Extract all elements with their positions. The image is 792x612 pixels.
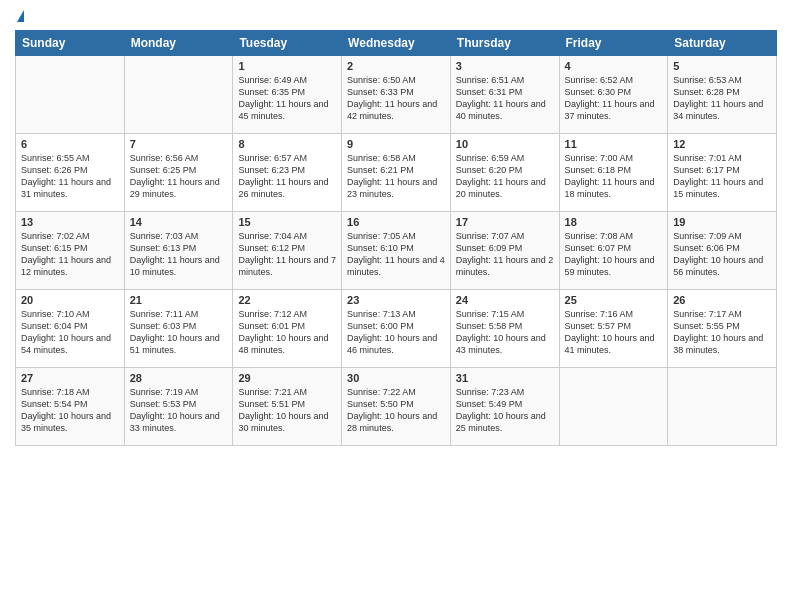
day-number: 18 <box>565 216 663 228</box>
day-number: 22 <box>238 294 336 306</box>
logo-triangle-icon <box>17 10 24 22</box>
day-number: 4 <box>565 60 663 72</box>
day-number: 1 <box>238 60 336 72</box>
day-number: 5 <box>673 60 771 72</box>
calendar-cell: 9Sunrise: 6:58 AM Sunset: 6:21 PM Daylig… <box>342 134 451 212</box>
day-number: 2 <box>347 60 445 72</box>
cell-content: Sunrise: 6:58 AM Sunset: 6:21 PM Dayligh… <box>347 152 445 201</box>
day-number: 25 <box>565 294 663 306</box>
cell-content: Sunrise: 7:07 AM Sunset: 6:09 PM Dayligh… <box>456 230 554 279</box>
day-number: 13 <box>21 216 119 228</box>
calendar-cell <box>16 56 125 134</box>
cell-content: Sunrise: 7:19 AM Sunset: 5:53 PM Dayligh… <box>130 386 228 435</box>
day-number: 30 <box>347 372 445 384</box>
cell-content: Sunrise: 7:08 AM Sunset: 6:07 PM Dayligh… <box>565 230 663 279</box>
page-container: SundayMondayTuesdayWednesdayThursdayFrid… <box>0 0 792 456</box>
day-number: 8 <box>238 138 336 150</box>
calendar-cell: 30Sunrise: 7:22 AM Sunset: 5:50 PM Dayli… <box>342 368 451 446</box>
calendar-cell: 18Sunrise: 7:08 AM Sunset: 6:07 PM Dayli… <box>559 212 668 290</box>
calendar-header: SundayMondayTuesdayWednesdayThursdayFrid… <box>16 31 777 56</box>
calendar-cell: 29Sunrise: 7:21 AM Sunset: 5:51 PM Dayli… <box>233 368 342 446</box>
cell-content: Sunrise: 7:18 AM Sunset: 5:54 PM Dayligh… <box>21 386 119 435</box>
day-number: 7 <box>130 138 228 150</box>
header <box>15 10 777 22</box>
header-cell-saturday: Saturday <box>668 31 777 56</box>
calendar-cell: 13Sunrise: 7:02 AM Sunset: 6:15 PM Dayli… <box>16 212 125 290</box>
cell-content: Sunrise: 6:55 AM Sunset: 6:26 PM Dayligh… <box>21 152 119 201</box>
cell-content: Sunrise: 7:15 AM Sunset: 5:58 PM Dayligh… <box>456 308 554 357</box>
calendar-cell: 4Sunrise: 6:52 AM Sunset: 6:30 PM Daylig… <box>559 56 668 134</box>
week-row-5: 27Sunrise: 7:18 AM Sunset: 5:54 PM Dayli… <box>16 368 777 446</box>
cell-content: Sunrise: 7:17 AM Sunset: 5:55 PM Dayligh… <box>673 308 771 357</box>
day-number: 6 <box>21 138 119 150</box>
calendar-cell: 15Sunrise: 7:04 AM Sunset: 6:12 PM Dayli… <box>233 212 342 290</box>
cell-content: Sunrise: 6:59 AM Sunset: 6:20 PM Dayligh… <box>456 152 554 201</box>
day-number: 10 <box>456 138 554 150</box>
calendar-cell: 11Sunrise: 7:00 AM Sunset: 6:18 PM Dayli… <box>559 134 668 212</box>
cell-content: Sunrise: 7:16 AM Sunset: 5:57 PM Dayligh… <box>565 308 663 357</box>
cell-content: Sunrise: 7:22 AM Sunset: 5:50 PM Dayligh… <box>347 386 445 435</box>
header-cell-thursday: Thursday <box>450 31 559 56</box>
calendar-cell: 26Sunrise: 7:17 AM Sunset: 5:55 PM Dayli… <box>668 290 777 368</box>
day-number: 16 <box>347 216 445 228</box>
cell-content: Sunrise: 7:09 AM Sunset: 6:06 PM Dayligh… <box>673 230 771 279</box>
day-number: 11 <box>565 138 663 150</box>
day-number: 14 <box>130 216 228 228</box>
day-number: 21 <box>130 294 228 306</box>
week-row-3: 13Sunrise: 7:02 AM Sunset: 6:15 PM Dayli… <box>16 212 777 290</box>
cell-content: Sunrise: 6:57 AM Sunset: 6:23 PM Dayligh… <box>238 152 336 201</box>
calendar-cell: 8Sunrise: 6:57 AM Sunset: 6:23 PM Daylig… <box>233 134 342 212</box>
day-number: 15 <box>238 216 336 228</box>
day-number: 17 <box>456 216 554 228</box>
calendar-cell: 25Sunrise: 7:16 AM Sunset: 5:57 PM Dayli… <box>559 290 668 368</box>
calendar-cell <box>668 368 777 446</box>
cell-content: Sunrise: 7:01 AM Sunset: 6:17 PM Dayligh… <box>673 152 771 201</box>
header-cell-monday: Monday <box>124 31 233 56</box>
header-cell-tuesday: Tuesday <box>233 31 342 56</box>
cell-content: Sunrise: 7:12 AM Sunset: 6:01 PM Dayligh… <box>238 308 336 357</box>
header-row: SundayMondayTuesdayWednesdayThursdayFrid… <box>16 31 777 56</box>
header-cell-friday: Friday <box>559 31 668 56</box>
cell-content: Sunrise: 7:11 AM Sunset: 6:03 PM Dayligh… <box>130 308 228 357</box>
calendar-cell <box>124 56 233 134</box>
cell-content: Sunrise: 6:53 AM Sunset: 6:28 PM Dayligh… <box>673 74 771 123</box>
calendar-cell <box>559 368 668 446</box>
calendar-cell: 19Sunrise: 7:09 AM Sunset: 6:06 PM Dayli… <box>668 212 777 290</box>
header-cell-sunday: Sunday <box>16 31 125 56</box>
cell-content: Sunrise: 6:50 AM Sunset: 6:33 PM Dayligh… <box>347 74 445 123</box>
cell-content: Sunrise: 7:21 AM Sunset: 5:51 PM Dayligh… <box>238 386 336 435</box>
day-number: 27 <box>21 372 119 384</box>
calendar-cell: 20Sunrise: 7:10 AM Sunset: 6:04 PM Dayli… <box>16 290 125 368</box>
day-number: 29 <box>238 372 336 384</box>
week-row-2: 6Sunrise: 6:55 AM Sunset: 6:26 PM Daylig… <box>16 134 777 212</box>
cell-content: Sunrise: 6:56 AM Sunset: 6:25 PM Dayligh… <box>130 152 228 201</box>
calendar-cell: 31Sunrise: 7:23 AM Sunset: 5:49 PM Dayli… <box>450 368 559 446</box>
day-number: 23 <box>347 294 445 306</box>
calendar-cell: 5Sunrise: 6:53 AM Sunset: 6:28 PM Daylig… <box>668 56 777 134</box>
calendar-cell: 14Sunrise: 7:03 AM Sunset: 6:13 PM Dayli… <box>124 212 233 290</box>
cell-content: Sunrise: 6:49 AM Sunset: 6:35 PM Dayligh… <box>238 74 336 123</box>
day-number: 26 <box>673 294 771 306</box>
week-row-4: 20Sunrise: 7:10 AM Sunset: 6:04 PM Dayli… <box>16 290 777 368</box>
calendar-cell: 28Sunrise: 7:19 AM Sunset: 5:53 PM Dayli… <box>124 368 233 446</box>
calendar-cell: 1Sunrise: 6:49 AM Sunset: 6:35 PM Daylig… <box>233 56 342 134</box>
cell-content: Sunrise: 6:51 AM Sunset: 6:31 PM Dayligh… <box>456 74 554 123</box>
calendar-cell: 16Sunrise: 7:05 AM Sunset: 6:10 PM Dayli… <box>342 212 451 290</box>
calendar-cell: 17Sunrise: 7:07 AM Sunset: 6:09 PM Dayli… <box>450 212 559 290</box>
calendar-cell: 23Sunrise: 7:13 AM Sunset: 6:00 PM Dayli… <box>342 290 451 368</box>
cell-content: Sunrise: 7:03 AM Sunset: 6:13 PM Dayligh… <box>130 230 228 279</box>
day-number: 31 <box>456 372 554 384</box>
cell-content: Sunrise: 7:23 AM Sunset: 5:49 PM Dayligh… <box>456 386 554 435</box>
calendar-cell: 21Sunrise: 7:11 AM Sunset: 6:03 PM Dayli… <box>124 290 233 368</box>
calendar-cell: 3Sunrise: 6:51 AM Sunset: 6:31 PM Daylig… <box>450 56 559 134</box>
day-number: 12 <box>673 138 771 150</box>
calendar-cell: 22Sunrise: 7:12 AM Sunset: 6:01 PM Dayli… <box>233 290 342 368</box>
day-number: 9 <box>347 138 445 150</box>
calendar-cell: 6Sunrise: 6:55 AM Sunset: 6:26 PM Daylig… <box>16 134 125 212</box>
calendar-cell: 10Sunrise: 6:59 AM Sunset: 6:20 PM Dayli… <box>450 134 559 212</box>
logo <box>15 10 24 22</box>
day-number: 3 <box>456 60 554 72</box>
cell-content: Sunrise: 6:52 AM Sunset: 6:30 PM Dayligh… <box>565 74 663 123</box>
day-number: 28 <box>130 372 228 384</box>
day-number: 19 <box>673 216 771 228</box>
